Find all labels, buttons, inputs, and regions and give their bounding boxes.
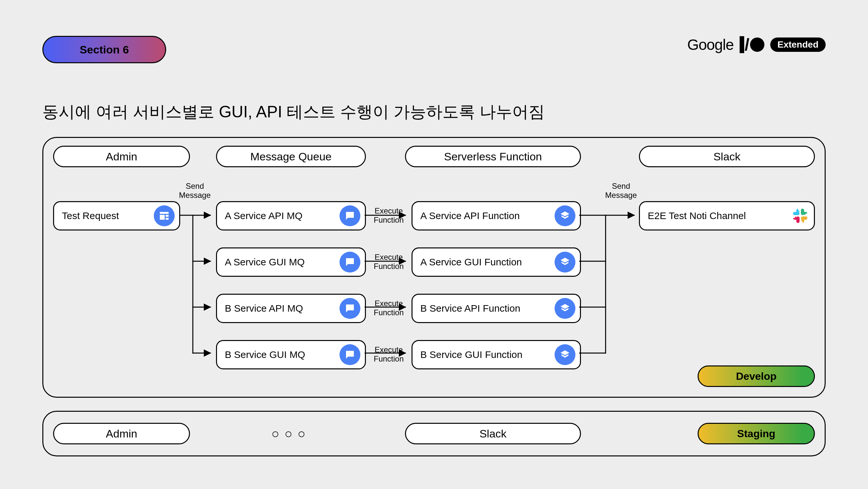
- arrow-label-send-message-left: Send Message: [177, 181, 213, 200]
- message-icon: [340, 252, 360, 272]
- arrow-label-execute-function-1: Execute Function: [369, 206, 408, 224]
- node-mq-a-api: A Service API MQ: [216, 201, 366, 230]
- slide-title: 동시에 여러 서비스별로 GUI, API 테스트 수행이 가능하도록 나누어짐: [42, 101, 545, 123]
- layers-icon: [555, 298, 576, 319]
- node-label: A Service GUI MQ: [225, 257, 335, 268]
- layers-icon: [555, 205, 576, 226]
- node-mq-b-gui: B Service GUI MQ: [216, 340, 366, 369]
- node-label: Test Request: [62, 210, 149, 221]
- node-label: A Service API Function: [420, 210, 550, 221]
- svg-rect-1: [801, 217, 807, 220]
- message-icon: [340, 205, 360, 226]
- column-header-serverless-function: Serverless Function: [405, 146, 581, 167]
- node-mq-b-api: B Service API MQ: [216, 294, 366, 323]
- section-badge: Section 6: [42, 36, 166, 63]
- message-icon: [340, 344, 360, 365]
- message-icon: [340, 298, 360, 319]
- node-fn-a-api: A Service API Function: [411, 201, 581, 230]
- node-label: A Service API MQ: [225, 210, 335, 221]
- arrow-label-execute-function-2: Execute Function: [369, 253, 408, 270]
- staging-column-slack: Slack: [405, 423, 581, 444]
- node-label: B Service API MQ: [225, 303, 335, 314]
- arrow-label-execute-function-3: Execute Function: [369, 299, 408, 317]
- develop-environment-box: Admin Message Queue Serverless Function …: [42, 137, 826, 398]
- svg-rect-2: [796, 217, 800, 223]
- node-test-request: Test Request: [53, 201, 180, 230]
- node-label: B Service GUI Function: [420, 349, 550, 360]
- node-label: B Service GUI MQ: [225, 349, 335, 360]
- node-slack-channel: E2E Test Noti Channel: [639, 201, 815, 230]
- google-wordmark: Google: [687, 36, 734, 54]
- io-logo: /: [740, 36, 765, 53]
- node-mq-a-gui: A Service GUI MQ: [216, 248, 366, 277]
- column-header-slack: Slack: [639, 146, 815, 167]
- brand-logo: Google / Extended: [687, 36, 826, 54]
- staging-badge: Staging: [698, 423, 815, 444]
- node-label: E2E Test Noti Channel: [648, 210, 786, 221]
- node-label: B Service API Function: [420, 303, 550, 314]
- layers-icon: [555, 344, 576, 365]
- svg-rect-0: [801, 209, 804, 215]
- node-fn-b-api: B Service API Function: [411, 294, 581, 323]
- staging-column-admin: Admin: [53, 423, 190, 444]
- slack-icon: [791, 207, 809, 225]
- web-icon: [154, 205, 175, 226]
- staging-ellipsis: ○○○: [271, 426, 311, 441]
- column-header-admin: Admin: [53, 146, 190, 167]
- node-fn-b-gui: B Service GUI Function: [411, 340, 581, 369]
- svg-rect-3: [793, 212, 800, 215]
- node-label: A Service GUI Function: [420, 257, 550, 268]
- layers-icon: [555, 252, 576, 272]
- develop-badge: Develop: [698, 366, 815, 387]
- extended-pill: Extended: [770, 37, 826, 52]
- node-fn-a-gui: A Service GUI Function: [411, 248, 581, 277]
- arrow-label-send-message-right: Send Message: [603, 181, 639, 200]
- arrow-label-execute-function-4: Execute Function: [369, 345, 408, 363]
- column-header-message-queue: Message Queue: [216, 146, 366, 167]
- staging-environment-box: Admin ○○○ Slack Staging: [42, 411, 826, 456]
